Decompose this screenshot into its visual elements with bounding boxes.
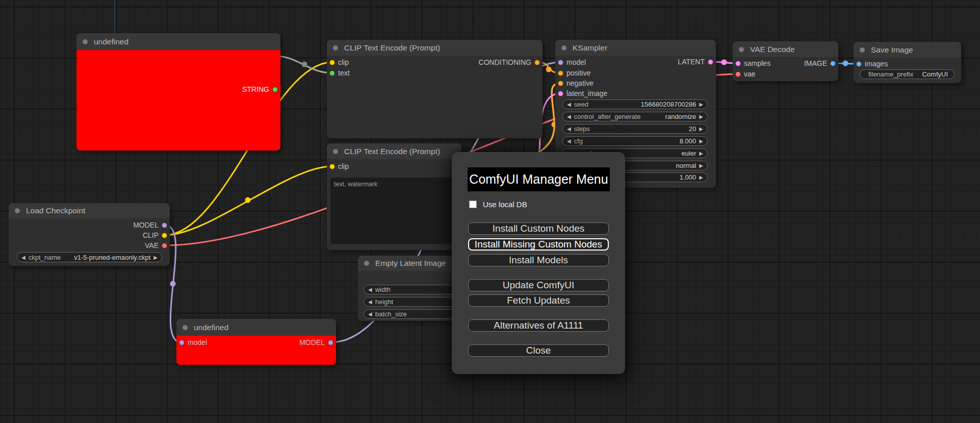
clip-input-port[interactable] <box>329 164 335 169</box>
image-output-port[interactable] <box>830 61 836 66</box>
comfyui-canvas[interactable]: { "icons": { "arrow_left": "◀", "arrow_r… <box>0 0 980 423</box>
node-clip-text-encode-1[interactable]: CLIP Text Encode (Prompt) clip text COND… <box>327 40 543 138</box>
fetch-updates-button[interactable]: Fetch Updates <box>468 294 609 307</box>
text-input-port[interactable] <box>329 70 335 76</box>
decrement-arrow-icon[interactable]: ◀ <box>368 311 372 317</box>
vae-output-port[interactable] <box>162 243 167 248</box>
output-row-latent: LATENT <box>555 57 716 67</box>
comfyui-manager-menu-dialog: ComfyUI Manager Menu Use local DB Instal… <box>452 152 625 374</box>
node-title-bar[interactable]: CLIP Text Encode (Prompt) <box>327 40 543 56</box>
images-input-port[interactable] <box>856 61 862 67</box>
node-load-checkpoint[interactable]: Load Checkpoint MODEL CLIP VAE ◀ ckpt_na… <box>9 203 170 266</box>
node-save-image[interactable]: Save Image images filename_prefix ComfyU… <box>854 42 961 83</box>
node-undefined-bottom[interactable]: undefined model MODEL <box>176 319 336 365</box>
output-row-conditioning: CONDITIONING <box>327 57 543 67</box>
node-body <box>76 50 280 151</box>
increment-arrow-icon[interactable]: ▶ <box>699 102 703 107</box>
use-local-db-checkbox[interactable] <box>469 201 477 208</box>
widget-steps[interactable]: ◀ steps 20 ▶ <box>562 124 708 134</box>
link-dot <box>245 197 251 203</box>
node-status-dot-icon <box>739 47 744 52</box>
decrement-arrow-icon[interactable]: ◀ <box>567 102 571 107</box>
input-label: positive <box>566 69 590 77</box>
widget-ckpt-name[interactable]: ◀ ckpt_name v1-5-pruned-emaonly.ckpt ▶ <box>17 252 162 262</box>
node-status-dot-icon <box>15 208 20 213</box>
link-dot <box>302 62 307 67</box>
dialog-title: ComfyUI Manager Menu <box>468 167 610 191</box>
node-undefined-top[interactable]: undefined STRING <box>76 33 280 151</box>
output-label: IMAGE <box>804 59 827 67</box>
alternatives-of-a1111-button[interactable]: Alternatives of A1111 <box>468 319 609 332</box>
install-models-button[interactable]: Install Models <box>468 254 609 266</box>
widget-filename-prefix[interactable]: filename_prefix ComfyUI <box>860 69 955 79</box>
output-row-model: MODEL <box>176 337 336 347</box>
node-vae-decode[interactable]: VAE Decode samples vae IMAGE <box>733 41 838 81</box>
input-row-clip: clip <box>327 161 461 171</box>
node-title-bar[interactable]: Load Checkpoint <box>9 203 170 218</box>
node-title-bar[interactable]: VAE Decode <box>733 41 838 57</box>
string-output-port[interactable] <box>272 87 278 92</box>
node-title-bar[interactable]: Save Image <box>854 42 961 58</box>
node-status-dot-icon <box>561 45 566 51</box>
widget-control-after-generate[interactable]: ◀ control_after_generate randomize ▶ <box>562 112 708 121</box>
increment-arrow-icon[interactable]: ▶ <box>699 114 703 119</box>
vae-input-port[interactable] <box>735 71 741 77</box>
output-label: STRING <box>242 85 269 93</box>
input-row-text: text <box>327 68 543 78</box>
output-row-model: MODEL <box>9 220 170 230</box>
input-row-vae: vae <box>733 69 838 79</box>
decrement-arrow-icon[interactable]: ◀ <box>567 126 571 132</box>
output-label: LATENT <box>678 58 705 66</box>
output-label: CLIP <box>143 231 159 239</box>
output-label: CONDITIONING <box>479 58 531 66</box>
node-status-dot-icon <box>333 45 338 51</box>
output-row-clip: CLIP <box>9 230 170 240</box>
node-status-dot-icon <box>333 149 338 154</box>
input-row-negative: negative <box>555 78 716 88</box>
input-label: vae <box>744 70 756 78</box>
increment-arrow-icon[interactable]: ▶ <box>699 163 703 168</box>
conditioning-output-port[interactable] <box>534 60 540 65</box>
decrement-arrow-icon[interactable]: ◀ <box>368 287 372 292</box>
positive-input-port[interactable] <box>558 70 563 76</box>
clip-output-port[interactable] <box>162 233 167 238</box>
increment-arrow-icon[interactable]: ▶ <box>153 255 158 260</box>
model-output-port[interactable] <box>162 222 167 228</box>
node-clip-text-encode-2[interactable]: CLIP Text Encode (Prompt) clip text, wat… <box>327 143 461 250</box>
output-label: MODEL <box>299 338 325 346</box>
update-comfyui-button[interactable]: Update ComfyUI <box>468 279 609 291</box>
node-title: CLIP Text Encode (Prompt) <box>344 147 440 156</box>
use-local-db-label: Use local DB <box>483 200 527 209</box>
install-missing-custom-nodes-button[interactable]: Install Missing Custom Nodes <box>468 238 609 251</box>
input-label: negative <box>566 79 594 87</box>
decrement-arrow-icon[interactable]: ◀ <box>567 114 571 119</box>
output-row-string: STRING <box>76 84 280 94</box>
prompt-textarea[interactable]: text, watermark <box>330 178 458 244</box>
decrement-arrow-icon[interactable]: ◀ <box>368 299 372 305</box>
latent-output-port[interactable] <box>708 59 713 65</box>
node-status-dot-icon <box>860 47 865 53</box>
widget-seed[interactable]: ◀ seed 156680208700286 ▶ <box>562 99 708 109</box>
node-title-bar[interactable]: undefined <box>76 33 280 50</box>
node-title: Load Checkpoint <box>26 206 85 215</box>
model-output-port[interactable] <box>328 340 333 345</box>
node-title-bar[interactable]: KSampler <box>555 40 716 56</box>
increment-arrow-icon[interactable]: ▶ <box>699 138 703 144</box>
widget-cfg[interactable]: ◀ cfg 8.000 ▶ <box>562 136 708 146</box>
latent-image-input-port[interactable] <box>558 91 563 96</box>
input-label: clip <box>338 162 349 170</box>
decrement-arrow-icon[interactable]: ◀ <box>567 138 571 144</box>
output-row-vae: VAE <box>9 240 170 251</box>
close-button[interactable]: Close <box>468 344 609 357</box>
node-title-bar[interactable]: CLIP Text Encode (Prompt) <box>327 143 461 159</box>
install-custom-nodes-button[interactable]: Install Custom Nodes <box>468 222 609 235</box>
decrement-arrow-icon[interactable]: ◀ <box>21 255 25 260</box>
node-title-bar[interactable]: undefined <box>176 319 336 336</box>
input-row-latent-image: latent_image <box>555 88 716 98</box>
increment-arrow-icon[interactable]: ▶ <box>699 126 703 132</box>
increment-arrow-icon[interactable]: ▶ <box>699 151 703 156</box>
node-title: Empty Latent Image <box>375 259 446 268</box>
increment-arrow-icon[interactable]: ▶ <box>699 175 703 180</box>
node-status-dot-icon <box>183 325 188 330</box>
negative-input-port[interactable] <box>558 81 563 86</box>
